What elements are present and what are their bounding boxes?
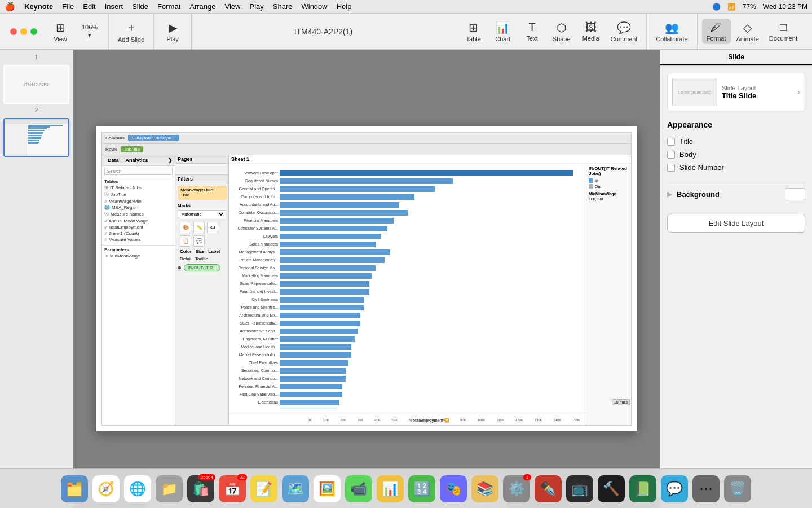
- menu-file[interactable]: File: [62, 2, 74, 11]
- menu-view[interactable]: View: [225, 2, 241, 11]
- menu-window[interactable]: Window: [301, 2, 327, 11]
- shape-button[interactable]: ⬡ Shape: [548, 19, 576, 45]
- dock-ibooks[interactable]: 📚: [471, 475, 498, 502]
- menu-help[interactable]: Help: [337, 2, 352, 11]
- dock-notes[interactable]: 📝: [250, 475, 277, 502]
- size-btn[interactable]: 📏: [193, 222, 205, 233]
- menu-share[interactable]: Share: [273, 2, 293, 11]
- dock-systemprefs[interactable]: ⚙️ 1: [503, 475, 530, 502]
- detail-btn[interactable]: 📋: [180, 235, 191, 247]
- expand-icon[interactable]: ❯: [168, 157, 173, 163]
- menu-insert[interactable]: Insert: [105, 2, 123, 11]
- title-checkbox[interactable]: [667, 138, 675, 146]
- dock-files[interactable]: 📁: [156, 475, 183, 502]
- field-jobtitle[interactable]: Ⓐ JobTitle: [102, 191, 175, 198]
- slide-thumb-2[interactable]: [3, 118, 69, 157]
- dock-more[interactable]: ⋯: [692, 475, 720, 502]
- rows-pill[interactable]: JobTitle: [121, 146, 143, 152]
- dock-messages[interactable]: 💬: [661, 475, 688, 502]
- dock-finder[interactable]: 🗂️: [61, 475, 88, 502]
- bar-row: Accountants and Au...: [229, 201, 586, 208]
- slide-number-checkbox-row[interactable]: Slide Number: [667, 161, 805, 174]
- dock-xcode[interactable]: 🔨: [598, 475, 625, 502]
- in-out-pill[interactable]: IN/OUT(IT R...: [184, 264, 220, 271]
- chart-button[interactable]: 📊 Chart: [489, 19, 517, 45]
- field-measure-values[interactable]: # Measure Values: [102, 237, 175, 243]
- tab-slide[interactable]: Slide: [660, 50, 812, 65]
- dock-calendar[interactable]: 📅 22: [219, 475, 246, 502]
- edit-slide-layout-button[interactable]: Edit Slide Layout: [667, 214, 805, 233]
- field-meanwage[interactable]: # MeanWage>Min: [102, 198, 175, 204]
- color-btn[interactable]: 🎨: [180, 222, 191, 233]
- marks-type-dropdown[interactable]: Automatic Bar Line Area: [178, 210, 226, 218]
- text-button[interactable]: T Text: [518, 19, 546, 44]
- view-button[interactable]: ⊞ View: [46, 19, 74, 45]
- field-measure-names[interactable]: Ⓐ Measure Names: [102, 211, 175, 218]
- dock-appstore[interactable]: 🛍️ 25104: [187, 475, 214, 502]
- close-button[interactable]: [10, 28, 17, 35]
- slide-number-checkbox[interactable]: [667, 164, 675, 172]
- menu-play[interactable]: Play: [249, 2, 263, 11]
- background-swatch[interactable]: [785, 188, 805, 200]
- collaborate-button[interactable]: 👥 Collaborate: [651, 19, 692, 45]
- document-button[interactable]: □ Document: [765, 19, 802, 44]
- add-slide-button[interactable]: ＋ Add Slide: [113, 17, 149, 45]
- wifi-icon[interactable]: 📶: [727, 3, 736, 11]
- dock-keynote2[interactable]: 🎭: [440, 475, 467, 502]
- bluetooth-icon[interactable]: 🔵: [712, 3, 721, 11]
- maximize-button[interactable]: [30, 28, 37, 35]
- app-name[interactable]: Keynote: [24, 2, 53, 11]
- media-button[interactable]: 🖼 Media: [577, 19, 605, 44]
- dock-appletv[interactable]: 📺: [566, 475, 593, 502]
- zoom-button[interactable]: 106% ▾: [76, 21, 104, 41]
- analytics-tab[interactable]: Analytics: [122, 156, 152, 164]
- field-msa-region[interactable]: 🌐 MSA_Region: [102, 204, 175, 211]
- chart-panel: Sheet 1 Software DeveloperRegistered Nur…: [229, 155, 631, 425]
- right-sidebar: Slide Lorem ipsum dolor Slide Layout Tit…: [660, 50, 812, 508]
- bg-expand-icon[interactable]: ▶: [667, 190, 672, 198]
- dock-excel[interactable]: 📗: [629, 475, 656, 502]
- menu-format[interactable]: Format: [157, 2, 180, 11]
- field-sheet1-count[interactable]: # Sheet1 (Count): [102, 230, 175, 237]
- dock-maps[interactable]: 🗺️: [282, 475, 309, 502]
- search-input[interactable]: [104, 168, 173, 175]
- body-checkbox[interactable]: [667, 151, 675, 159]
- field-total-employment[interactable]: # TotalEmployment: [102, 224, 175, 230]
- menu-slide[interactable]: Slide: [132, 2, 148, 11]
- menu-arrange[interactable]: Arrange: [189, 2, 215, 11]
- tooltip-btn[interactable]: 💬: [193, 235, 205, 247]
- content-area[interactable]: Columns SUM(TotalEmploym... Rows JobTitl…: [73, 50, 660, 508]
- columns-pill[interactable]: SUM(TotalEmploym...: [128, 135, 178, 141]
- dock-keynote[interactable]: 📊: [377, 475, 404, 502]
- field-min-mean-wage[interactable]: ⊕ MinMeanWage: [102, 253, 175, 259]
- dock-safari[interactable]: 🧭: [92, 475, 120, 502]
- comment-button[interactable]: 💬 Comment: [606, 19, 642, 45]
- appearance-title: Appearance: [667, 120, 805, 129]
- layout-chevron-icon[interactable]: ›: [797, 87, 800, 97]
- dock-scripting[interactable]: ✒️: [535, 475, 562, 502]
- play-icon: ▶: [169, 21, 177, 34]
- data-tab[interactable]: Data: [104, 156, 122, 164]
- dock-facetime[interactable]: 📹: [345, 475, 372, 502]
- field-it-related-jobs[interactable]: ⊞ IT Related Jobs: [102, 185, 175, 191]
- dock-numbers[interactable]: 🔢: [408, 475, 435, 502]
- format-button[interactable]: 🖊 Format: [702, 19, 731, 44]
- animate-button[interactable]: ◇ Animate: [732, 19, 764, 45]
- dock-chrome[interactable]: 🌐: [124, 475, 151, 502]
- x-labels: 0K10K20K30K40K50K60K70K80K90K100K110K120…: [229, 418, 586, 422]
- body-checkbox-row[interactable]: Body: [667, 148, 805, 161]
- menu-edit[interactable]: Edit: [83, 2, 95, 11]
- table-button[interactable]: ⊞ Table: [460, 19, 488, 45]
- label-btn[interactable]: 🏷: [207, 222, 218, 233]
- filter-pill[interactable]: MeanWage>Min: True: [178, 186, 226, 199]
- minimize-button[interactable]: [20, 28, 27, 35]
- field-annual-mean-wage[interactable]: # Annual Mean Wage: [102, 218, 175, 224]
- play-button[interactable]: ▶ Play: [158, 19, 187, 45]
- bar-fill: [280, 242, 376, 247]
- apple-menu[interactable]: 🍎: [5, 2, 15, 12]
- slide-thumb-1[interactable]: ITM440-A2P2: [3, 65, 69, 104]
- title-checkbox-row[interactable]: Title: [667, 135, 805, 148]
- dock-trash[interactable]: 🗑️: [724, 475, 751, 502]
- background-section[interactable]: ▶ Background: [667, 183, 805, 205]
- dock-photos[interactable]: 🖼️: [314, 475, 341, 502]
